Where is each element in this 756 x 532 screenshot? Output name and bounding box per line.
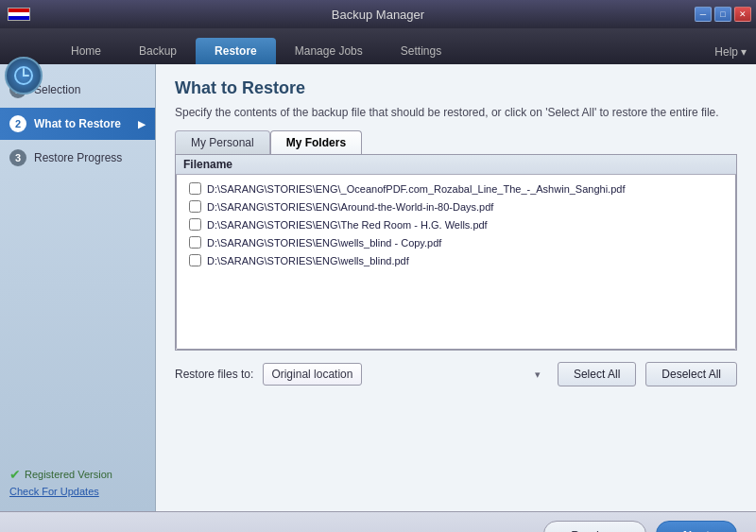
file-checkbox-2[interactable] xyxy=(189,218,201,231)
file-list-container: Filename D:\SARANG\STORIES\ENG\_OceanofP… xyxy=(175,154,737,351)
page-description: Specify the contents of the backup file … xyxy=(175,106,737,119)
file-checkbox-3[interactable] xyxy=(189,236,201,249)
main-layout: 1 Selection 2 What to Restore ▶ 3 Restor… xyxy=(0,64,756,511)
content-tabs: My Personal My Folders xyxy=(175,130,737,154)
tab-restore[interactable]: Restore xyxy=(196,38,276,64)
file-item: D:\SARANG\STORIES\ENG\_OceanofPDF.com_Ro… xyxy=(181,180,730,197)
bottom-bar: Previous Next xyxy=(0,511,756,532)
window-controls: ─ □ ✕ xyxy=(695,7,751,22)
file-list-header: Filename xyxy=(176,155,736,175)
nav-bar: Home Backup Restore Manage Jobs Settings… xyxy=(0,28,756,64)
nav-tabs: Home Backup Restore Manage Jobs Settings xyxy=(52,28,460,64)
tab-my-personal[interactable]: My Personal xyxy=(175,130,270,154)
file-name-3: D:\SARANG\STORIES\ENG\wells_blind - Copy… xyxy=(207,237,441,249)
file-name-1: D:\SARANG\STORIES\ENG\Around-the-World-i… xyxy=(207,201,493,213)
file-name-0: D:\SARANG\STORIES\ENG\_OceanofPDF.com_Ro… xyxy=(207,183,625,195)
file-item: D:\SARANG\STORIES\ENG\Around-the-World-i… xyxy=(181,197,730,215)
title-bar: Backup Manager ─ □ ✕ xyxy=(0,0,756,28)
registered-label: ✔ Registered Version xyxy=(9,467,146,482)
content-area: What to Restore Specify the contents of … xyxy=(156,64,756,511)
restore-label: Restore files to: xyxy=(175,368,253,381)
help-button[interactable]: Help ▾ xyxy=(714,45,747,64)
file-checkbox-1[interactable] xyxy=(189,200,201,213)
maximize-button[interactable]: □ xyxy=(714,7,731,22)
app-logo xyxy=(5,57,43,94)
select-all-button[interactable]: Select All xyxy=(558,362,636,386)
file-list-box: D:\SARANG\STORIES\ENG\_OceanofPDF.com_Ro… xyxy=(176,175,736,350)
deselect-all-button[interactable]: Deselect All xyxy=(645,362,737,386)
restore-controls: Restore files to: Original location Cust… xyxy=(175,362,737,386)
restore-location-select[interactable]: Original location Custom location xyxy=(263,363,362,386)
check-icon: ✔ xyxy=(9,467,21,482)
file-name-2: D:\SARANG\STORIES\ENG\The Red Room - H.G… xyxy=(207,219,488,231)
file-checkbox-4[interactable] xyxy=(189,254,201,266)
step-number-2: 2 xyxy=(9,115,26,132)
minimize-button[interactable]: ─ xyxy=(695,7,712,22)
sidebar-step-what-to-restore[interactable]: 2 What to Restore ▶ xyxy=(0,108,155,140)
chevron-right-icon: ▶ xyxy=(138,119,146,129)
sidebar-step-label-progress: Restore Progress xyxy=(34,151,122,164)
close-button[interactable]: ✕ xyxy=(734,7,751,22)
file-item: D:\SARANG\STORIES\ENG\wells_blind - Copy… xyxy=(181,233,730,251)
registered-text: Registered Version xyxy=(25,469,112,480)
check-updates-link[interactable]: Check For Updates xyxy=(9,486,99,497)
sidebar-step-label-restore: What to Restore xyxy=(34,117,121,130)
file-checkbox-0[interactable] xyxy=(189,182,201,195)
tab-settings[interactable]: Settings xyxy=(382,38,460,64)
file-item: D:\SARANG\STORIES\ENG\The Red Room - H.G… xyxy=(181,215,730,233)
flag-icon xyxy=(8,8,30,21)
next-button[interactable]: Next xyxy=(656,521,737,532)
previous-button[interactable]: Previous xyxy=(543,521,646,532)
tab-manage-jobs[interactable]: Manage Jobs xyxy=(276,38,382,64)
app-title: Backup Manager xyxy=(332,8,424,22)
restore-location-wrapper: Original location Custom location xyxy=(263,363,548,386)
sidebar-step-restore-progress[interactable]: 3 Restore Progress xyxy=(0,142,155,174)
page-title: What to Restore xyxy=(175,78,737,98)
sidebar-bottom: ✔ Registered Version Check For Updates xyxy=(0,462,155,502)
sidebar-step-label-selection: Selection xyxy=(34,83,80,96)
file-item: D:\SARANG\STORIES\ENG\wells_blind.pdf xyxy=(181,251,730,269)
file-name-4: D:\SARANG\STORIES\ENG\wells_blind.pdf xyxy=(207,255,409,266)
sidebar: 1 Selection 2 What to Restore ▶ 3 Restor… xyxy=(0,64,156,511)
step-number-3: 3 xyxy=(9,149,26,166)
chevron-down-icon: ▾ xyxy=(741,45,747,59)
tab-my-folders[interactable]: My Folders xyxy=(270,130,362,154)
tab-backup[interactable]: Backup xyxy=(120,38,196,64)
tab-home[interactable]: Home xyxy=(52,38,120,64)
